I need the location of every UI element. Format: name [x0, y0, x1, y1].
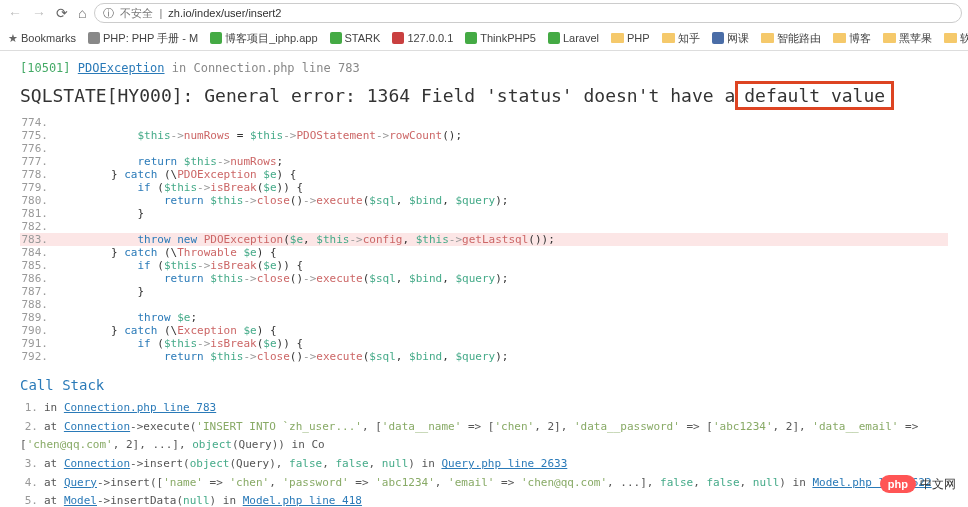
code-line: 774. — [20, 116, 948, 129]
highlight-box: default value — [735, 81, 894, 110]
stack-link[interactable]: Model — [64, 494, 97, 507]
stack-frame: 5.at Model->insertData(null) in Model.ph… — [20, 492, 948, 507]
code-line: 779. if ($this->isBreak($e)) { — [20, 181, 948, 194]
favicon — [210, 32, 222, 44]
favicon — [833, 33, 846, 43]
favicon — [88, 32, 100, 44]
stack-link[interactable]: Query — [64, 476, 97, 489]
error-code: [10501] — [20, 61, 71, 75]
address-bar[interactable]: ⓘ 不安全 | zh.io/index/user/insert2 — [94, 3, 962, 23]
stack-frame: 1.in Connection.php line 783 — [20, 399, 948, 418]
bookmark-item[interactable]: 博客 — [833, 31, 871, 46]
bookmark-item[interactable]: Laravel — [548, 32, 599, 44]
stack-link[interactable]: Connection — [64, 457, 130, 470]
call-stack: 1.in Connection.php line 7832.at Connect… — [20, 399, 948, 507]
favicon — [883, 33, 896, 43]
bookmark-item[interactable]: 博客项目_iphp.app — [210, 31, 317, 46]
cn-text: 中文网 — [920, 476, 956, 493]
stack-frame: 2.at Connection->execute('INSERT INTO `z… — [20, 418, 948, 455]
browser-toolbar: ← → ⟳ ⌂ ⓘ 不安全 | zh.io/index/user/insert2 — [0, 0, 968, 26]
call-stack-title: Call Stack — [20, 377, 948, 393]
info-icon: ⓘ — [103, 6, 114, 21]
bookmark-item[interactable]: 网课 — [712, 31, 749, 46]
bookmark-item[interactable]: 知乎 — [662, 31, 700, 46]
favicon — [548, 32, 560, 44]
code-line: 776. — [20, 142, 948, 155]
bookmark-item[interactable]: PHP — [611, 32, 650, 44]
error-header: [10501] PDOException in Connection.php l… — [20, 61, 948, 75]
error-file: Connection.php line 783 — [193, 61, 359, 75]
bookmark-item[interactable]: PHP: PHP 手册 - M — [88, 31, 198, 46]
code-line: 781. } — [20, 207, 948, 220]
favicon — [761, 33, 774, 43]
favicon — [944, 33, 957, 43]
code-line: 792. return $this->close()->execute($sql… — [20, 350, 948, 363]
star-icon: ★ — [8, 32, 18, 45]
code-viewer: 774.775. $this->numRows = $this->PDOStat… — [20, 116, 948, 363]
favicon — [662, 33, 675, 43]
code-line: 787. } — [20, 285, 948, 298]
error-message: SQLSTATE[HY000]: General error: 1364 Fie… — [20, 81, 948, 110]
stack-frame: 4.at Query->insert(['name' => 'chen', 'p… — [20, 474, 948, 493]
bookmark-item[interactable]: 127.0.0.1 — [392, 32, 453, 44]
code-line: 783. throw new PDOException($e, $this->c… — [20, 233, 948, 246]
favicon — [330, 32, 342, 44]
url-text: zh.io/index/user/insert2 — [168, 7, 281, 19]
stack-link[interactable]: Connection.php line 783 — [64, 401, 216, 414]
bookmark-item[interactable]: 智能路由 — [761, 31, 821, 46]
code-line: 786. return $this->close()->execute($sql… — [20, 272, 948, 285]
home-button[interactable]: ⌂ — [76, 5, 88, 21]
bookmark-item[interactable]: ThinkPHP5 — [465, 32, 536, 44]
favicon — [392, 32, 404, 44]
code-line: 775. $this->numRows = $this->PDOStatemen… — [20, 129, 948, 142]
exception-link[interactable]: PDOException — [78, 61, 165, 75]
code-line: 788. — [20, 298, 948, 311]
code-line: 790. } catch (\Exception $e) { — [20, 324, 948, 337]
favicon — [611, 33, 624, 43]
code-line: 791. if ($this->isBreak($e)) { — [20, 337, 948, 350]
code-line: 782. — [20, 220, 948, 233]
code-line: 785. if ($this->isBreak($e)) { — [20, 259, 948, 272]
insecure-label: 不安全 — [120, 6, 153, 21]
watermark: php 中文网 — [880, 475, 956, 493]
stack-frame: 3.at Connection->insert(object(Query), f… — [20, 455, 948, 474]
back-button[interactable]: ← — [6, 5, 24, 21]
code-line: 784. } catch (\Throwable $e) { — [20, 246, 948, 259]
bookmark-bar: ★Bookmarks PHP: PHP 手册 - M博客项目_iphp.appS… — [0, 26, 968, 50]
favicon — [712, 32, 724, 44]
bookmarks-root[interactable]: ★Bookmarks — [8, 32, 76, 45]
code-line: 778. } catch (\PDOException $e) { — [20, 168, 948, 181]
bookmark-item[interactable]: STARK — [330, 32, 381, 44]
stack-link[interactable]: Connection — [64, 420, 130, 433]
code-line: 780. return $this->close()->execute($sql… — [20, 194, 948, 207]
code-line: 789. throw $e; — [20, 311, 948, 324]
code-line: 777. return $this->numRows; — [20, 155, 948, 168]
forward-button[interactable]: → — [30, 5, 48, 21]
php-badge: php — [880, 475, 916, 493]
favicon — [465, 32, 477, 44]
bookmark-item[interactable]: 黑苹果 — [883, 31, 932, 46]
reload-button[interactable]: ⟳ — [54, 5, 70, 21]
bookmark-item[interactable]: 软件 — [944, 31, 968, 46]
